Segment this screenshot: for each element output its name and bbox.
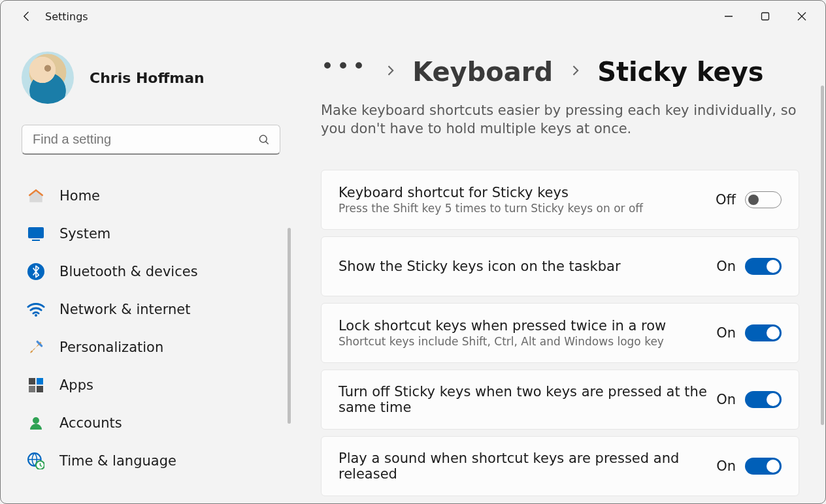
toggle-lock-twice[interactable] bbox=[745, 324, 782, 341]
toggle-two-keys[interactable] bbox=[745, 391, 782, 408]
toggle-state-label: On bbox=[716, 259, 736, 274]
svg-rect-7 bbox=[32, 240, 40, 241]
setting-subtitle: Shortcut keys include Shift, Ctrl, Alt a… bbox=[339, 335, 716, 348]
chevron-right-icon bbox=[569, 64, 582, 80]
setting-title: Keyboard shortcut for Sticky keys bbox=[339, 185, 716, 200]
svg-rect-13 bbox=[37, 386, 43, 392]
toggle-play-sound[interactable] bbox=[745, 458, 782, 475]
sidebar-item-label: Time & language bbox=[59, 453, 176, 469]
toggle-state-label: On bbox=[716, 325, 736, 341]
sidebar-item-label: Network & internet bbox=[59, 302, 190, 317]
svg-rect-11 bbox=[37, 378, 43, 385]
toggle-state-label: On bbox=[716, 392, 736, 407]
setting-title: Turn off Sticky keys when two keys are p… bbox=[339, 384, 716, 415]
search-icon bbox=[257, 133, 271, 146]
avatar bbox=[22, 52, 74, 104]
svg-point-9 bbox=[35, 314, 37, 317]
breadcrumb: ••• Keyboard Sticky keys bbox=[321, 57, 799, 87]
sidebar-item-label: Bluetooth & devices bbox=[59, 264, 198, 279]
sidebar-nav: Home System Bluetooth & devices Network … bbox=[22, 177, 280, 480]
sidebar-item-system[interactable]: System bbox=[22, 215, 280, 253]
settings-list: Keyboard shortcut for Sticky keys Press … bbox=[321, 170, 799, 496]
setting-subtitle: Press the Shift key 5 times to turn Stic… bbox=[339, 202, 716, 215]
setting-title: Lock shortcut keys when pressed twice in… bbox=[339, 318, 716, 334]
sidebar-item-label: System bbox=[59, 226, 110, 242]
toggle-state-label: Off bbox=[716, 192, 736, 208]
sidebar-item-label: Apps bbox=[59, 377, 93, 393]
window-controls bbox=[710, 3, 820, 29]
svg-rect-6 bbox=[28, 227, 44, 238]
sidebar-item-apps[interactable]: Apps bbox=[22, 366, 280, 404]
chevron-right-icon bbox=[384, 64, 397, 80]
breadcrumb-overflow[interactable]: ••• bbox=[321, 62, 368, 71]
page-title: Sticky keys bbox=[597, 57, 764, 87]
person-icon bbox=[27, 414, 45, 432]
home-icon bbox=[27, 187, 45, 205]
minimize-icon bbox=[724, 12, 733, 21]
title-bar: Settings bbox=[1, 1, 825, 32]
apps-icon bbox=[27, 376, 45, 394]
system-icon bbox=[27, 225, 45, 243]
content-scrollbar[interactable] bbox=[821, 86, 824, 425]
sidebar-item-time-language[interactable]: Time & language bbox=[22, 442, 280, 480]
toggle-state-label: On bbox=[716, 458, 736, 474]
sidebar-item-accounts[interactable]: Accounts bbox=[22, 404, 280, 442]
sidebar-item-label: Accounts bbox=[59, 415, 122, 431]
window-close-button[interactable] bbox=[784, 3, 820, 29]
setting-row-play-sound: Play a sound when shortcut keys are pres… bbox=[321, 436, 799, 496]
sidebar-scrollbar[interactable] bbox=[288, 228, 291, 424]
setting-row-two-keys: Turn off Sticky keys when two keys are p… bbox=[321, 370, 799, 430]
sidebar-item-bluetooth[interactable]: Bluetooth & devices bbox=[22, 253, 280, 291]
toggle-taskbar-icon[interactable] bbox=[745, 258, 782, 275]
svg-rect-10 bbox=[29, 378, 35, 385]
search-input[interactable] bbox=[31, 131, 251, 148]
bluetooth-icon bbox=[27, 262, 45, 281]
sidebar-item-label: Personalization bbox=[59, 339, 163, 355]
svg-point-4 bbox=[259, 135, 267, 142]
breadcrumb-parent[interactable]: Keyboard bbox=[412, 57, 553, 87]
toggle-keyboard-shortcut[interactable] bbox=[745, 191, 782, 208]
setting-row-lock-twice: Lock shortcut keys when pressed twice in… bbox=[321, 303, 799, 363]
svg-rect-1 bbox=[762, 13, 769, 20]
setting-title: Play a sound when shortcut keys are pres… bbox=[339, 450, 716, 482]
profile-block[interactable]: Chris Hoffman bbox=[22, 52, 280, 104]
svg-rect-12 bbox=[29, 386, 35, 392]
window-minimize-button[interactable] bbox=[710, 3, 747, 29]
back-button[interactable] bbox=[14, 3, 40, 29]
setting-row-keyboard-shortcut: Keyboard shortcut for Sticky keys Press … bbox=[321, 170, 799, 230]
wifi-icon bbox=[27, 300, 45, 319]
close-icon bbox=[797, 12, 806, 21]
svg-line-5 bbox=[266, 141, 269, 144]
maximize-icon bbox=[761, 12, 770, 21]
search-box[interactable] bbox=[22, 125, 280, 155]
brush-icon bbox=[27, 338, 45, 356]
sidebar-item-personalization[interactable]: Personalization bbox=[22, 328, 280, 366]
globe-clock-icon bbox=[27, 452, 45, 470]
sidebar-item-home[interactable]: Home bbox=[22, 177, 280, 215]
sidebar-item-network[interactable]: Network & internet bbox=[22, 291, 280, 328]
sidebar: Chris Hoffman Home System bbox=[1, 32, 295, 503]
content-area: ••• Keyboard Sticky keys Make keyboard s… bbox=[295, 32, 825, 503]
sidebar-item-label: Home bbox=[59, 188, 100, 204]
profile-name: Chris Hoffman bbox=[90, 70, 205, 86]
window-maximize-button[interactable] bbox=[747, 3, 784, 29]
svg-point-14 bbox=[33, 417, 39, 424]
setting-title: Show the Sticky keys icon on the taskbar bbox=[339, 259, 716, 274]
page-description: Make keyboard shortcuts easier by pressi… bbox=[321, 101, 798, 138]
setting-row-taskbar-icon: Show the Sticky keys icon on the taskbar… bbox=[321, 236, 799, 296]
app-title: Settings bbox=[45, 10, 88, 23]
back-arrow-icon bbox=[20, 10, 33, 23]
